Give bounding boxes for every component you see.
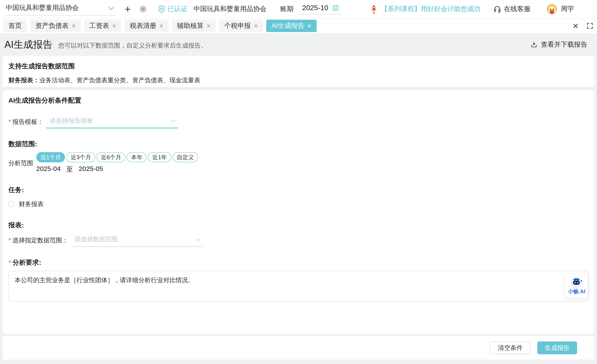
tab-label: 辅助核算 [177,21,204,30]
date-to-value[interactable]: 2025-05 [79,165,103,174]
online-support[interactable]: 在线客服 [493,4,530,14]
date-to-word: 至 [66,165,73,174]
range-chip-3months[interactable]: 近3个月 [66,152,95,162]
range-chip-custom[interactable]: 自定义 [173,152,198,162]
chevron-down-icon [171,118,176,123]
report-scope-card: 支持生成报告数据范围 财务报表：业务活动表、资产负债表重分类、资产负债表、现金流… [3,56,594,87]
certified-badge[interactable]: 企 已认证 [158,4,187,14]
tab-payroll[interactable]: 工资表 × [84,20,122,32]
range-chip-1year[interactable]: 近1年 [148,152,171,162]
config-card-title: AI生成报告分析条件配置 [8,96,589,105]
tabbar-controls: × [568,18,597,33]
app-root: 中国玩具和婴童用品协会 + 企 已认证 中国玩具和婴童用品协会 账期 2025-… [0,0,597,364]
online-support-label: 在线客服 [504,4,530,14]
template-select-placeholder: 请选择报告模板 [49,117,93,125]
scope-card-title: 支持生成报告数据范围 [8,62,589,71]
promo-text: 【系列课程】用好好会计助您成功 [381,4,480,14]
analysis-range-right: 近1个月 近3个月 近6个月 本年 近1年 自定义 2025-04 至 2025… [36,152,198,174]
report-scope-label: 选择指定数据范围： [12,236,68,245]
certified-badge-label: 已认证 [167,4,187,14]
robot-icon [570,277,583,287]
range-chip-this-year[interactable]: 本年 [127,152,147,162]
analysis-req-head: * 分析要求: [8,258,589,267]
template-select[interactable]: 请选择报告模板 [46,115,179,128]
calendar-icon [332,4,339,11]
fullscreen-button[interactable] [583,18,597,33]
tab-label: 工资表 [89,21,109,30]
period-picker[interactable]: 2025-10 [300,3,342,15]
download-icon [530,41,538,48]
tab-close-icon[interactable]: × [159,23,163,29]
shield-icon: 企 [158,5,165,13]
chevron-down-icon [196,236,201,241]
view-download-report-link[interactable]: 查看并下载报告 [530,40,587,49]
tab-label: 税表清册 [130,21,156,30]
clear-conditions-button[interactable]: 清空条件 [490,341,531,354]
tab-close-icon[interactable]: × [254,23,258,29]
period-value: 2025-10 [302,4,328,12]
header-right-group: 【系列课程】用好好会计助您成功 在线客服 周宇 [370,4,574,14]
chevron-down-icon [108,4,114,10]
scope-row-label: 财务报表： [8,77,39,84]
template-form-row: * 报告模板： 请选择报告模板 [8,115,589,128]
required-asterisk: * [8,118,11,125]
promo-banner[interactable]: 【系列课程】用好好会计助您成功 [370,4,480,14]
analysis-req-label: 分析要求: [12,258,41,267]
ai-config-card: AI生成报告分析条件配置 * 报告模板： 请选择报告模板 数据范围: 分析范围 … [3,90,594,334]
page-title: AI生成报告 [4,38,53,51]
range-chip-1month[interactable]: 近1个月 [36,152,65,162]
tab-ai-report[interactable]: AI生成报告 × [266,20,317,32]
company-name: 中国玩具和婴童用品协会 [194,4,267,14]
analysis-range-label: 分析范围 [8,159,36,167]
tab-close-icon[interactable]: × [207,23,211,29]
tab-personal-tax[interactable]: 个税申报 × [219,20,263,32]
rocket-icon [370,4,378,14]
range-chip-6months[interactable]: 近6个月 [97,152,125,162]
tab-home[interactable]: 首页 [3,20,27,32]
required-asterisk: * [8,237,11,244]
task-title: 任务: [8,186,589,195]
tab-label: AI生成报告 [272,21,304,30]
page-head: AI生成报告 您可以对以下数据范围，自定义分析要求后生成报告。 查看并下载报告 [0,34,597,55]
add-company-button[interactable]: + [125,4,131,14]
generate-report-button[interactable]: 生成报告 [537,341,577,354]
avatar[interactable] [547,4,557,14]
report-title: 报表: [8,221,589,230]
ai-assistant-widget[interactable]: 小畅 AI [565,274,588,298]
template-label: 报告模板： [12,118,43,126]
report-scope-form-row: * 选择指定数据范围： 请选择数据范围 [8,234,589,247]
analysis-range-block: 分析范围 近1个月 近3个月 近6个月 本年 近1年 自定义 2025-04 至… [8,152,589,174]
financial-report-checkbox[interactable] [8,201,14,207]
period-label: 账期 [280,4,293,14]
tab-bar: 首页 资产负债表 × 工资表 × 税表清册 × 辅助核算 × 个税申报 × AI… [0,18,597,33]
date-from-value[interactable]: 2025-04 [36,165,61,174]
tab-label: 首页 [8,21,22,30]
report-scope-placeholder: 请选择数据范围 [74,235,118,244]
tab-balance-sheet[interactable]: 资产负债表 × [30,20,81,32]
page-subtitle: 您可以对以下数据范围，自定义分析要求后生成报告。 [58,41,207,50]
settings-gear-icon[interactable] [139,5,147,13]
view-download-report-label: 查看并下载报告 [541,40,587,49]
scope-row-value: 业务活动表、资产负债表重分类、资产负债表、现金流量表 [39,77,200,84]
headset-icon [493,5,501,13]
tab-close-icon[interactable]: × [112,23,116,29]
tab-close-icon[interactable]: × [72,23,76,29]
username[interactable]: 周宇 [561,4,574,14]
footer-action-bar: 清空条件 生成报告 [3,336,594,360]
tab-aux-accounting[interactable]: 辅助核算 × [172,20,216,32]
range-chip-group: 近1个月 近3个月 近6个月 本年 近1年 自定义 [36,152,198,162]
company-selector[interactable]: 中国玩具和婴童用品协会 [5,2,115,16]
fullscreen-icon [586,22,593,29]
analysis-req-textarea[interactable]: 本公司的主营业务是［行业性团体］，请详细分析行业对比情况。 [8,271,589,302]
tab-close-icon[interactable]: × [307,23,311,29]
report-scope-select[interactable]: 请选择数据范围 [71,234,204,247]
scope-row: 财务报表：业务活动表、资产负债表重分类、资产负债表、现金流量表 [8,76,589,85]
task-checkbox-row: 财务报表 [8,200,589,208]
close-icon: × [573,21,578,31]
financial-report-checkbox-label: 财务报表 [19,200,44,208]
svg-text:企: 企 [160,7,163,10]
tab-label: 个税申报 [224,21,251,30]
close-all-tabs-button[interactable]: × [568,18,583,33]
tab-tax-list[interactable]: 税表清册 × [125,20,169,32]
date-range-row: 2025-04 至 2025-05 [36,165,198,174]
